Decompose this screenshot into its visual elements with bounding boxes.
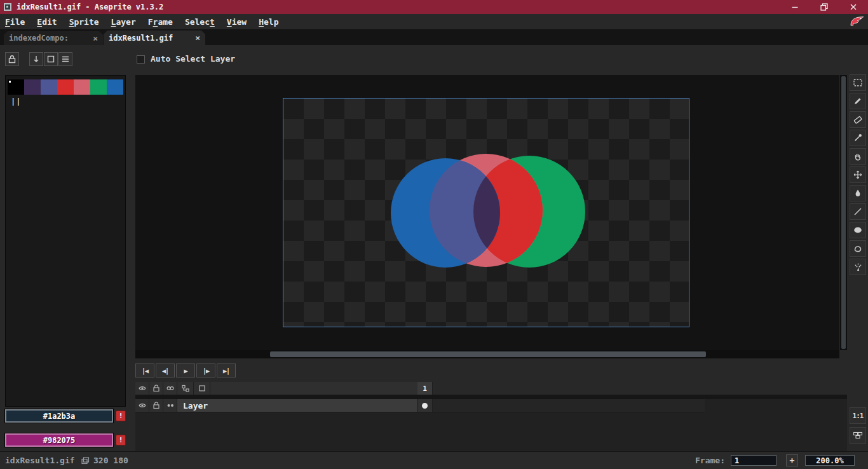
- next-frame-button[interactable]: |▶: [196, 364, 215, 377]
- play-button[interactable]: ▶: [176, 364, 195, 377]
- palette-menu-button[interactable]: [58, 52, 72, 66]
- cel-dot-icon: [422, 403, 428, 409]
- menu-layer[interactable]: Layer: [111, 17, 136, 27]
- timeline-row-filler: [433, 399, 705, 412]
- ellipse-tool[interactable]: [850, 222, 866, 238]
- restore-button[interactable]: [810, 0, 839, 14]
- palette-swatch-0[interactable]: [8, 79, 24, 95]
- timeline-separator: [135, 395, 847, 399]
- move-icon: [852, 169, 864, 180]
- timeline-header-filler: [433, 382, 847, 395]
- timeline-header: [135, 382, 417, 395]
- frame-1-header[interactable]: 1: [417, 382, 433, 395]
- menu-sprite[interactable]: Sprite: [69, 17, 99, 27]
- pencil-tool[interactable]: [850, 93, 866, 109]
- lock-icon: [6, 53, 18, 65]
- close-button[interactable]: [839, 0, 868, 14]
- vertical-scrollbar[interactable]: [840, 75, 847, 350]
- zoom-level-input[interactable]: 200.0%: [805, 455, 855, 466]
- tab-idxresult1[interactable]: idxResult1.gif ×: [104, 31, 205, 45]
- droplet-icon: [852, 187, 864, 199]
- palette-lock-button[interactable]: [5, 52, 19, 66]
- hand-icon: [852, 151, 864, 162]
- horizontal-scrollbar-thumb[interactable]: [270, 351, 706, 357]
- timeline-grid-button[interactable]: [194, 382, 210, 395]
- line-tool[interactable]: [850, 203, 866, 220]
- contour-tool[interactable]: [850, 240, 866, 257]
- menu-file[interactable]: File: [5, 17, 25, 27]
- statusbar-filename: idxResult1.gif: [5, 456, 75, 465]
- hamburger-icon: [60, 53, 71, 65]
- timeline: 1 Layer: [135, 382, 847, 451]
- arrow-down-icon: [31, 53, 42, 65]
- foreground-color-warning-icon[interactable]: !: [116, 411, 126, 421]
- canvas-editor[interactable]: [135, 75, 839, 350]
- minimize-button[interactable]: [780, 0, 810, 14]
- eye-icon: [138, 401, 147, 410]
- menu-help[interactable]: Help: [259, 17, 278, 27]
- eraser-icon: [852, 114, 864, 125]
- restore-icon: [819, 2, 829, 12]
- continuous-dots-icon: [166, 401, 175, 410]
- tabstrip: indexedCompo: × idxResult1.gif ×: [0, 29, 868, 45]
- background-color-box[interactable]: #982075: [5, 433, 113, 447]
- onion-skin-icon: [166, 384, 175, 393]
- rectangular-marquee-tool[interactable]: [850, 74, 866, 91]
- zoom-1-1-button[interactable]: 1:1: [850, 407, 866, 424]
- layer-row[interactable]: Layer: [135, 399, 705, 412]
- menu-frame[interactable]: Frame: [148, 17, 173, 27]
- eyedropper-tool[interactable]: [850, 130, 866, 146]
- ellipse-icon: [852, 224, 864, 236]
- square-icon: [45, 53, 57, 65]
- pencil-icon: [852, 95, 864, 107]
- go-last-frame-button[interactable]: ▶|: [217, 364, 236, 377]
- layer-visibility-toggle[interactable]: [135, 399, 149, 412]
- tab-close-icon[interactable]: ×: [195, 33, 200, 43]
- palette-swatch-5[interactable]: [90, 79, 107, 95]
- palette-swatch-4[interactable]: [74, 79, 90, 95]
- frame-number-input[interactable]: 1: [731, 455, 776, 466]
- titlebar[interactable]: idxResult1.gif - Aseprite v1.3.2: [0, 0, 868, 14]
- palette-presets-button[interactable]: [44, 52, 58, 66]
- timeline-options-button[interactable]: [177, 382, 194, 395]
- menu-edit[interactable]: Edit: [37, 17, 57, 27]
- layer-continuous-toggle[interactable]: [163, 399, 177, 412]
- menubar: File Edit Sprite Layer Frame Select View…: [0, 14, 868, 29]
- toggle-all-visibility-button[interactable]: [135, 382, 149, 395]
- palette-sort-button[interactable]: [29, 52, 43, 66]
- tab-close-icon[interactable]: ×: [93, 34, 98, 43]
- toggle-all-lock-button[interactable]: [149, 382, 163, 395]
- add-frame-button[interactable]: +: [786, 454, 798, 466]
- palette-options-group: [29, 52, 73, 66]
- spray-tool[interactable]: [850, 259, 866, 275]
- tiles-icon: [852, 430, 864, 441]
- horizontal-scrollbar[interactable]: [135, 350, 839, 358]
- move-tool[interactable]: [850, 167, 866, 183]
- hand-tool[interactable]: [850, 148, 866, 165]
- layer-lock-toggle[interactable]: [149, 399, 163, 412]
- tiled-mode-button[interactable]: [850, 427, 866, 444]
- cel-frame-1[interactable]: [417, 399, 433, 412]
- vertical-scrollbar-thumb[interactable]: [841, 76, 846, 349]
- background-color-warning-icon[interactable]: !: [116, 435, 126, 445]
- go-first-frame-button[interactable]: |◀: [135, 364, 154, 377]
- foreground-color-box[interactable]: #1a2b3a: [5, 409, 113, 423]
- eraser-tool[interactable]: [850, 111, 866, 128]
- palette-swatch-6[interactable]: [107, 79, 123, 95]
- lock-icon: [152, 401, 161, 410]
- previous-frame-button[interactable]: ◀|: [156, 364, 175, 377]
- menu-view[interactable]: View: [227, 17, 247, 27]
- aseprite-logo-icon: [849, 15, 865, 27]
- palette-selection-marker: ||: [11, 97, 21, 106]
- palette-swatch-3[interactable]: [57, 79, 74, 95]
- onion-skin-button[interactable]: [163, 382, 177, 395]
- menu-select[interactable]: Select: [185, 17, 215, 27]
- tab-indexedcompo[interactable]: indexedCompo: ×: [4, 31, 103, 45]
- sprite-canvas[interactable]: [283, 99, 689, 327]
- palette-swatch-1[interactable]: [24, 79, 41, 95]
- aseprite-window: idxResult1.gif - Aseprite v1.3.2 Fil: [0, 0, 868, 469]
- auto-select-layer-checkbox[interactable]: [137, 55, 145, 64]
- paint-bucket-tool[interactable]: [850, 185, 866, 201]
- layer-name[interactable]: Layer: [177, 399, 417, 412]
- palette-swatch-2[interactable]: [41, 79, 57, 95]
